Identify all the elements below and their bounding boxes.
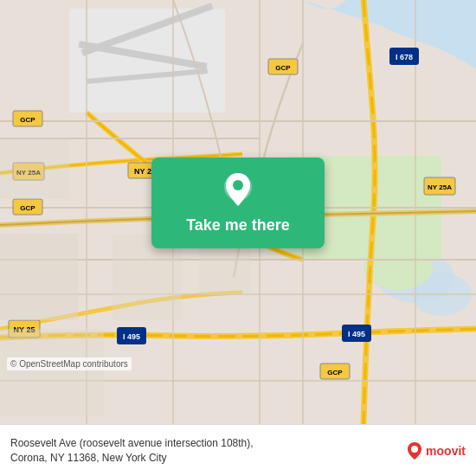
svg-text:GCP: GCP [20, 204, 35, 212]
take-me-there-button[interactable]: Take me there [151, 158, 325, 248]
svg-text:GCP: GCP [327, 369, 343, 376]
bottom-bar: Roosevelt Ave (roosevelt avenue intersec… [0, 424, 476, 476]
svg-rect-43 [0, 138, 69, 199]
map-container: I 495 I 495 I 678 NY 25A NY 25A NY 25 GC… [0, 0, 476, 424]
svg-rect-44 [0, 329, 104, 415]
moovit-logo: moovit [405, 441, 466, 460]
attribution-text: © OpenStreetMap contributors [10, 359, 128, 369]
svg-point-49 [233, 180, 243, 190]
button-label: Take me there [186, 216, 290, 235]
address-container: Roosevelt Ave (roosevelt avenue intersec… [10, 436, 398, 466]
svg-text:I 495: I 495 [348, 330, 365, 338]
svg-rect-42 [0, 234, 78, 320]
take-me-there-container: Take me there [151, 158, 325, 248]
moovit-pin-icon [405, 441, 424, 460]
map-attribution: © OpenStreetMap contributors [7, 357, 132, 370]
location-pin-icon [222, 171, 254, 209]
svg-point-50 [411, 446, 418, 453]
svg-text:NY 25A: NY 25A [428, 183, 452, 191]
address-line1: Roosevelt Ave (roosevelt avenue intersec… [10, 437, 254, 449]
svg-rect-5 [69, 9, 225, 113]
address-line2: Corona, NY 11368, New York City [10, 452, 167, 464]
svg-text:I 495: I 495 [123, 332, 140, 341]
moovit-text: moovit [426, 444, 466, 458]
svg-text:GCP: GCP [20, 116, 35, 124]
svg-text:I 678: I 678 [396, 53, 413, 61]
svg-text:GCP: GCP [275, 64, 291, 72]
svg-text:NY 2: NY 2 [134, 167, 151, 176]
